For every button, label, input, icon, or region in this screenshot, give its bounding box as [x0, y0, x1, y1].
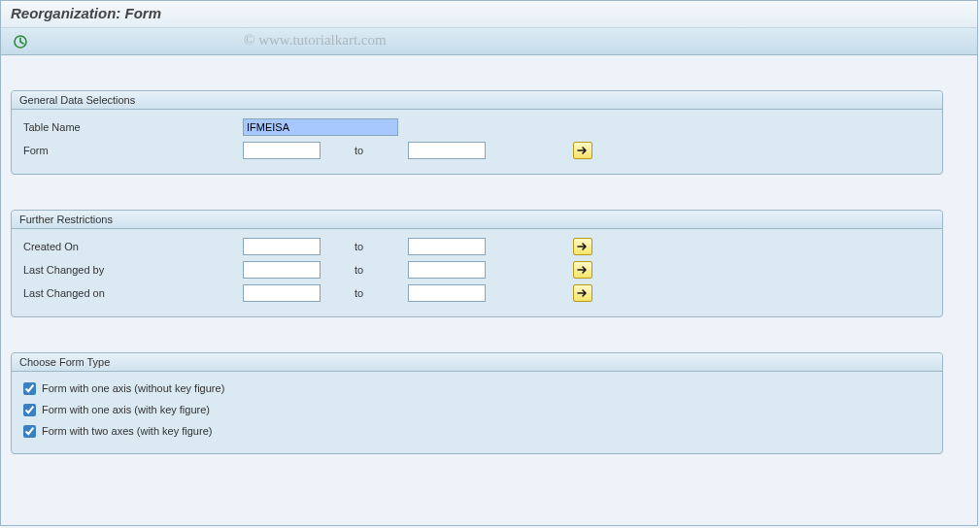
checkbox-one-axis-no-key[interactable]	[23, 382, 36, 395]
label-to: to	[321, 287, 408, 299]
multiple-selection-button[interactable]	[573, 284, 592, 302]
label-last-changed-by: Last Changed by	[19, 264, 243, 276]
group-header-further: Further Restrictions	[12, 211, 942, 229]
watermark-text: © www.tutorialkart.com	[244, 32, 387, 49]
checkbox-one-axis-key[interactable]	[23, 404, 36, 416]
arrow-right-icon	[577, 265, 589, 275]
label-table-name: Table Name	[19, 121, 243, 133]
input-last-changed-on-to[interactable]	[408, 284, 486, 302]
label-to: to	[321, 145, 408, 156]
input-created-on-to[interactable]	[408, 238, 486, 255]
input-last-changed-by-from[interactable]	[243, 261, 321, 279]
label-one-axis-key: Form with one axis (with key figure)	[42, 404, 210, 415]
arrow-right-icon	[577, 288, 589, 298]
group-form-type: Choose Form Type Form with one axis (wit…	[11, 352, 943, 454]
input-last-changed-on-from[interactable]	[243, 284, 321, 302]
input-created-on-from[interactable]	[243, 238, 321, 255]
input-last-changed-by-to[interactable]	[408, 261, 486, 279]
multiple-selection-button[interactable]	[573, 261, 592, 279]
checkbox-two-axes-key[interactable]	[23, 425, 36, 438]
label-created-on: Created On	[19, 241, 243, 252]
svg-line-2	[20, 42, 23, 44]
label-to: to	[321, 264, 408, 276]
window: Reorganization: Form © www.tutorialkart.…	[0, 0, 978, 526]
multiple-selection-button[interactable]	[573, 142, 592, 159]
arrow-right-icon	[577, 146, 589, 155]
label-one-axis-no-key: Form with one axis (without key figure)	[42, 382, 224, 394]
page-title: Reorganization: Form	[1, 1, 977, 28]
arrow-right-icon	[577, 242, 589, 251]
multiple-selection-button[interactable]	[573, 238, 592, 255]
toolbar: © www.tutorialkart.com	[1, 28, 977, 55]
label-form: Form	[19, 145, 243, 156]
input-form-from[interactable]	[243, 142, 321, 159]
label-last-changed-on: Last Changed on	[19, 287, 243, 299]
input-table-name[interactable]	[243, 118, 398, 136]
execute-button[interactable]	[11, 32, 30, 51]
group-general-data: General Data Selections Table Name Form …	[11, 90, 943, 175]
group-further-restrictions: Further Restrictions Created On to Last …	[11, 210, 943, 317]
group-header-form-type: Choose Form Type	[12, 353, 942, 372]
label-two-axes-key: Form with two axes (with key figure)	[42, 425, 212, 437]
input-form-to[interactable]	[408, 142, 486, 159]
clock-icon	[13, 34, 28, 50]
label-to: to	[321, 241, 408, 252]
content-area: General Data Selections Table Name Form …	[1, 55, 977, 499]
group-header-general: General Data Selections	[12, 91, 942, 110]
